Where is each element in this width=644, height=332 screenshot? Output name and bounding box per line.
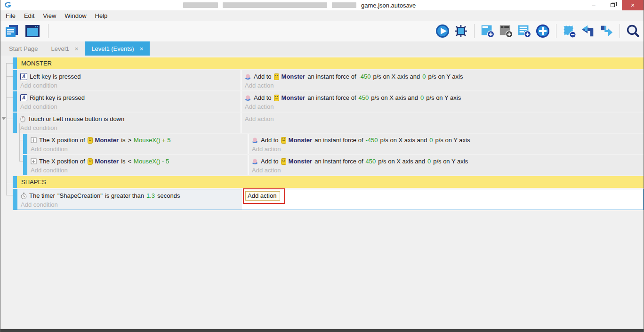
condition[interactable]: Touch or Left mouse button is down xyxy=(20,114,241,124)
keyboard-icon: A xyxy=(20,94,27,101)
add-comment-icon[interactable] xyxy=(499,24,514,39)
timer-icon xyxy=(21,193,27,199)
add-action-button[interactable]: Add action xyxy=(245,191,280,201)
sub-event-row[interactable]: The X position of Monster is < MouseX() … xyxy=(23,155,644,175)
add-condition-link[interactable]: Add condition xyxy=(31,167,248,174)
add-condition-link[interactable]: Add condition xyxy=(20,124,241,131)
menu-view[interactable]: View xyxy=(39,10,60,21)
add-subevent-icon[interactable] xyxy=(517,24,532,39)
conditions-column: The timer "ShapeCreation" is greater tha… xyxy=(17,189,242,210)
event-row-selected[interactable]: The timer "ShapeCreation" is greater tha… xyxy=(13,189,644,210)
debug-icon[interactable] xyxy=(453,24,468,39)
add-condition-link[interactable]: Add condition xyxy=(21,201,242,208)
toolbar-left-group xyxy=(4,24,51,39)
menu-edit[interactable]: Edit xyxy=(20,10,39,21)
scene-editor-icon[interactable] xyxy=(25,24,40,39)
monster-object-icon xyxy=(281,137,286,144)
position-icon xyxy=(31,137,37,143)
actions-column: Add to Monster an instant force of 450 p… xyxy=(249,155,644,175)
event-strip xyxy=(13,70,17,90)
tab-start-page[interactable]: Start Page xyxy=(2,41,44,56)
condition[interactable]: The timer "ShapeCreation" is greater tha… xyxy=(21,191,242,201)
event-strip xyxy=(13,189,17,210)
menu-file[interactable]: File xyxy=(1,10,20,21)
toolbar-right-group xyxy=(435,24,641,39)
keyboard-icon: A xyxy=(20,73,27,80)
restore-button[interactable] xyxy=(603,0,622,10)
add-action-link[interactable]: Add action xyxy=(252,146,644,153)
comment-label: SHAPES xyxy=(17,176,644,188)
event-strip xyxy=(23,155,27,175)
menu-window[interactable]: Window xyxy=(60,10,90,21)
comment-label: MONSTER xyxy=(17,57,644,69)
sub-event-row[interactable]: The X position of Monster is > MouseX() … xyxy=(23,134,644,154)
conditions-column: A Right key is pressed Add condition xyxy=(17,91,242,112)
redacted-title-segment xyxy=(223,2,327,8)
window-title: game.json.autosave xyxy=(183,0,416,10)
add-condition-link[interactable]: Add condition xyxy=(20,82,241,89)
add-event-icon[interactable] xyxy=(480,24,495,39)
condition[interactable]: The X position of Monster is < MouseX() … xyxy=(31,156,248,166)
actions-column: Add to Monster an instant force of -450 … xyxy=(249,134,644,154)
force-hand-icon xyxy=(252,137,258,144)
redacted-title-segment xyxy=(332,2,356,8)
monster-object-icon xyxy=(281,158,286,165)
delete-selection-icon[interactable] xyxy=(562,24,577,39)
tab-label: Level1 xyxy=(51,45,69,52)
add-action-link[interactable]: Add action xyxy=(245,115,644,122)
undo-icon[interactable] xyxy=(580,24,596,39)
window-bottom-edge xyxy=(0,329,644,332)
action[interactable]: Add to Monster an instant force of 450 p… xyxy=(245,93,644,103)
event-strip xyxy=(23,134,27,154)
close-button[interactable]: × xyxy=(622,0,644,10)
condition[interactable]: A Right key is pressed xyxy=(20,93,241,103)
add-condition-link[interactable]: Add condition xyxy=(31,146,248,153)
tab-label: Start Page xyxy=(9,45,38,52)
event-strip xyxy=(13,176,17,188)
toolbar-separator xyxy=(474,24,475,38)
event-row[interactable]: A Left key is pressed Add condition Add … xyxy=(13,70,644,90)
collapse-arrow-icon[interactable] xyxy=(1,117,6,120)
add-action-link[interactable]: Add action xyxy=(252,167,644,174)
add-condition-link[interactable]: Add condition xyxy=(20,103,241,110)
force-hand-icon xyxy=(245,95,251,101)
minimize-button[interactable]: – xyxy=(584,0,603,10)
tab-close-icon[interactable]: × xyxy=(140,45,144,52)
action[interactable]: Add to Monster an instant force of -450 … xyxy=(245,72,644,81)
force-hand-icon xyxy=(252,158,258,165)
action-slot: Add action xyxy=(245,191,643,201)
toolbar xyxy=(0,21,644,41)
conditions-column: The X position of Monster is > MouseX() … xyxy=(27,134,249,154)
play-preview-icon[interactable] xyxy=(435,24,450,39)
menu-help[interactable]: Help xyxy=(91,10,112,21)
window-controls: – × xyxy=(584,0,644,10)
comment-row-shapes[interactable]: SHAPES xyxy=(13,176,644,188)
position-icon xyxy=(31,158,37,164)
action[interactable]: Add to Monster an instant force of -450 … xyxy=(252,135,644,145)
toolbar-separator xyxy=(620,24,620,38)
monster-object-icon xyxy=(88,137,93,144)
comment-row-monster[interactable]: MONSTER xyxy=(13,57,644,69)
title-bar: game.json.autosave – × xyxy=(0,0,644,10)
event-row[interactable]: A Right key is pressed Add condition Add… xyxy=(13,91,644,112)
condition[interactable]: A Left key is pressed xyxy=(20,72,241,81)
actions-column: Add action xyxy=(242,189,643,210)
event-strip xyxy=(13,91,17,112)
add-new-icon[interactable] xyxy=(535,24,550,39)
add-action-link[interactable]: Add action xyxy=(245,82,644,89)
tab-level1-events[interactable]: Level1 (Events) × xyxy=(85,41,150,56)
search-icon[interactable] xyxy=(626,24,641,39)
project-manager-icon[interactable] xyxy=(4,24,19,39)
actions-column: Add to Monster an instant force of 450 p… xyxy=(242,91,644,112)
redacted-title-segment xyxy=(183,2,218,8)
conditions-column: A Left key is pressed Add condition xyxy=(17,70,242,90)
add-action-link[interactable]: Add action xyxy=(245,103,644,110)
redo-icon[interactable] xyxy=(599,24,614,39)
event-row[interactable]: Touch or Left mouse button is down Add c… xyxy=(13,113,644,133)
events-sheet: MONSTER A Left key is pressed Add condit… xyxy=(0,56,644,329)
action[interactable]: Add to Monster an instant force of 450 p… xyxy=(252,156,644,166)
tab-close-icon[interactable]: × xyxy=(75,45,79,52)
actions-column: Add action xyxy=(242,113,644,133)
tab-level1[interactable]: Level1 × xyxy=(44,41,85,56)
condition[interactable]: The X position of Monster is > MouseX() … xyxy=(31,135,248,145)
